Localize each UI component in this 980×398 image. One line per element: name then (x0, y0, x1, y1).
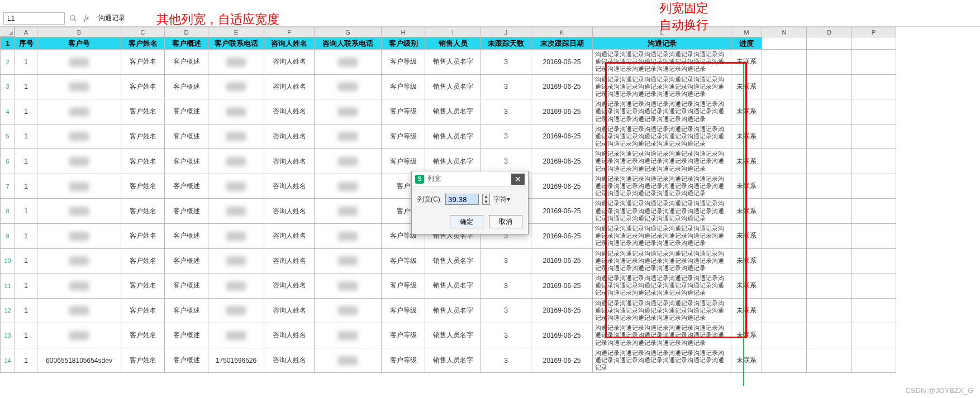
cell[interactable]: 客户概述 (165, 298, 208, 323)
row-header[interactable]: 5 (1, 124, 15, 149)
row-header[interactable]: 13 (1, 323, 15, 348)
cell[interactable]: ████ (208, 99, 264, 124)
cell[interactable]: 3 (481, 99, 531, 124)
cell[interactable]: ████ (208, 74, 264, 99)
cell[interactable] (762, 274, 807, 299)
cell[interactable]: ████ (315, 149, 382, 174)
cell[interactable]: 1 (15, 348, 37, 373)
cell[interactable]: 销售人员名字 (425, 149, 481, 174)
cell[interactable]: 客户等级 (382, 74, 425, 99)
cell[interactable]: 客户姓名 (121, 274, 165, 299)
cell[interactable]: 咨询人姓名 (264, 348, 315, 373)
row-header[interactable]: 9 (1, 223, 15, 248)
cell[interactable]: 咨询人姓名 (264, 174, 315, 199)
cell[interactable]: ████ (208, 149, 264, 174)
cell[interactable]: 咨询人姓名 (264, 99, 315, 124)
cell[interactable]: ████ (37, 149, 121, 174)
cell[interactable]: 17501696526 (208, 348, 264, 373)
cell[interactable] (851, 274, 896, 299)
cell[interactable]: 3 (481, 323, 531, 348)
cell[interactable]: 客户等级 (382, 298, 425, 323)
cell[interactable]: 沟通记录沟通记录沟通记录沟通记录沟通记录沟通记录沟通记录沟通记录沟通记录沟通记录… (593, 99, 731, 124)
cell[interactable] (851, 223, 896, 248)
cell[interactable]: 沟通记录沟通记录沟通记录沟通记录沟通记录沟通记录沟通记录沟通记录沟通记录沟通记录… (593, 223, 731, 248)
row-header[interactable]: 3 (1, 74, 15, 99)
cell[interactable] (851, 298, 896, 323)
cell[interactable]: 客户概述 (165, 274, 208, 299)
cell[interactable]: 沟通记录沟通记录沟通记录沟通记录沟通记录沟通记录沟通记录沟通记录沟通记录沟通记录… (593, 248, 731, 274)
cell[interactable] (762, 348, 807, 373)
cell[interactable] (807, 223, 851, 248)
cell[interactable]: 销售人员名字 (425, 298, 481, 323)
cell[interactable] (807, 37, 851, 50)
cell[interactable]: 沟通记录沟通记录沟通记录沟通记录沟通记录沟通记录沟通记录沟通记录沟通记录沟通记录… (593, 298, 731, 323)
cell[interactable]: 客户等级 (382, 348, 425, 373)
header-cell[interactable]: 客户级别 (382, 37, 425, 50)
cell[interactable] (762, 298, 807, 323)
cell[interactable]: 未联系 (731, 199, 762, 224)
cell[interactable]: 20169-06-25 (531, 99, 593, 124)
cell[interactable]: ████ (208, 223, 264, 248)
column-header-O[interactable]: O (807, 27, 851, 37)
cell[interactable]: 沟通记录沟通记录沟通记录沟通记录沟通记录沟通记录沟通记录沟通记录沟通记录沟通记录… (593, 74, 731, 99)
cell[interactable]: 1 (15, 323, 37, 348)
cell[interactable]: 咨询人姓名 (264, 223, 315, 248)
cell[interactable] (762, 174, 807, 199)
cell[interactable]: 客户等级 (382, 323, 425, 348)
row-header[interactable]: 14 (1, 348, 15, 373)
cancel-button[interactable]: 取消 (489, 215, 522, 228)
cell[interactable]: 未联系 (731, 149, 762, 174)
cell[interactable] (851, 248, 896, 274)
cell[interactable]: 3 (481, 149, 531, 174)
cell[interactable]: 20169-06-25 (531, 298, 593, 323)
cell[interactable]: 沟通记录沟通记录沟通记录沟通记录沟通记录沟通记录沟通记录沟通记录沟通记录沟通记录… (593, 124, 731, 149)
cell[interactable] (762, 149, 807, 174)
cell[interactable]: 未联系 (731, 298, 762, 323)
row-header[interactable]: 8 (1, 199, 15, 224)
column-header-G[interactable]: G (315, 27, 382, 37)
cell[interactable] (762, 50, 807, 75)
cell[interactable] (807, 248, 851, 274)
cell[interactable]: 未联系 (731, 223, 762, 248)
cell[interactable]: 60065518105654sdev (37, 348, 121, 373)
cell[interactable] (762, 37, 807, 50)
cell[interactable]: ████ (37, 50, 121, 75)
cell[interactable]: 沟通记录沟通记录沟通记录沟通记录沟通记录沟通记录沟通记录沟通记录沟通记录沟通记录… (593, 50, 731, 75)
cell[interactable]: 咨询人姓名 (264, 248, 315, 274)
cell[interactable]: 客户姓名 (121, 199, 165, 224)
cell[interactable]: 咨询人姓名 (264, 149, 315, 174)
cell[interactable]: ████ (37, 99, 121, 124)
cell[interactable]: 客户概述 (165, 223, 208, 248)
cell[interactable] (807, 99, 851, 124)
cell[interactable]: ████ (315, 124, 382, 149)
cell[interactable]: ████ (208, 323, 264, 348)
cell[interactable]: 1 (15, 298, 37, 323)
cell[interactable] (807, 199, 851, 224)
cell[interactable]: 1 (15, 74, 37, 99)
cell[interactable] (807, 124, 851, 149)
column-header-D[interactable]: D (165, 27, 208, 37)
cell[interactable]: ████ (315, 323, 382, 348)
select-all-corner[interactable] (0, 27, 15, 37)
cell[interactable]: 20169-06-25 (531, 199, 593, 224)
cell[interactable] (807, 174, 851, 199)
cell[interactable]: 未联系 (731, 323, 762, 348)
cell[interactable]: 1 (15, 248, 37, 274)
cell[interactable]: 客户概述 (165, 99, 208, 124)
cell[interactable]: 1 (15, 223, 37, 248)
spinner-buttons[interactable]: ▲▼ (482, 194, 490, 205)
cell[interactable]: 1 (15, 274, 37, 299)
header-cell[interactable]: 客户号 (37, 37, 121, 50)
cell[interactable]: 客户姓名 (121, 348, 165, 373)
cell[interactable]: 未联系 (731, 248, 762, 274)
cell[interactable]: ████ (315, 348, 382, 373)
cell[interactable]: ████ (315, 50, 382, 75)
cell[interactable]: 客户概述 (165, 149, 208, 174)
cell[interactable]: 1 (15, 124, 37, 149)
cell[interactable] (807, 274, 851, 299)
cell[interactable] (762, 99, 807, 124)
formula-input[interactable] (95, 12, 977, 25)
cell[interactable]: 3 (481, 348, 531, 373)
column-header-A[interactable]: A (15, 27, 37, 37)
header-cell[interactable]: 咨询人姓名 (264, 37, 315, 50)
